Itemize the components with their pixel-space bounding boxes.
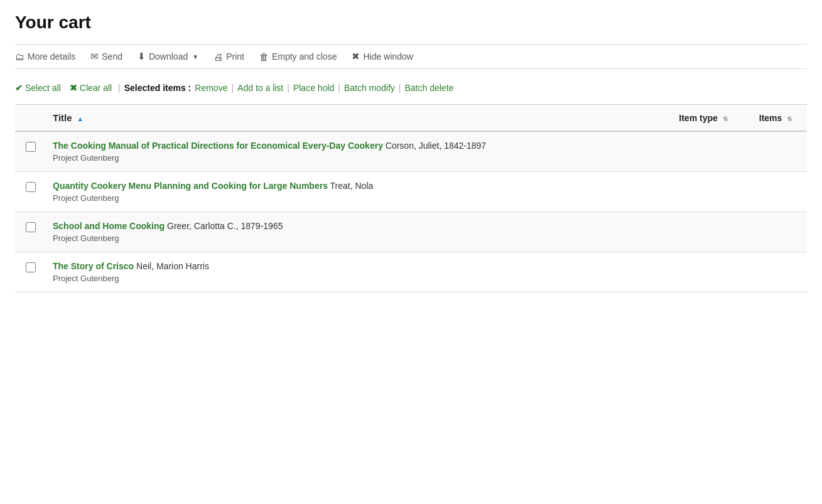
more-details-button[interactable]: 🗂 More details [15,51,75,62]
hide-window-button[interactable]: ✖ Hide window [352,51,413,62]
table-row: The Cooking Manual of Practical Directio… [15,131,807,172]
empty-close-button[interactable]: 🗑 Empty and close [259,51,337,62]
row-checkbox-cell [15,172,46,212]
page-title: Your cart [15,13,807,33]
table-header-row: Title ▲ Item type ⇅ Items ⇅ [15,105,807,132]
selected-items-label: Selected items : [124,83,192,93]
book-title-link[interactable]: The Cooking Manual of Practical Directio… [53,141,383,151]
actions-bar: ✔ Select all ✖ Clear all | Selected item… [15,78,807,98]
close-circle-icon: ✖ [352,51,360,62]
trash-icon: 🗑 [259,51,269,62]
remove-link[interactable]: Remove [195,83,227,93]
row-itemtype [662,172,744,212]
row-checkbox[interactable] [26,222,36,232]
print-button[interactable]: 🖨 Print [214,51,244,62]
book-author: Treat, Nola [328,181,373,191]
cart-table: Title ▲ Item type ⇅ Items ⇅ The Cooking … [15,104,807,292]
book-source: Project Gutenberg [53,274,656,283]
print-icon: 🖨 [214,51,223,62]
row-title-cell: The Story of Crisco Neil, Marion HarrisP… [46,252,662,292]
book-source: Project Gutenberg [53,153,656,163]
book-title-link[interactable]: Quantity Cookery Menu Planning and Cooki… [53,181,328,191]
book-source: Project Gutenberg [53,193,656,203]
row-itemtype [662,212,744,252]
toolbar: 🗂 More details ✉ Send ⬇ Download ▼ 🖨 Pri… [15,44,807,69]
select-all-button[interactable]: ✔ Select all [15,83,61,93]
col-header-checkbox [15,105,46,132]
book-author: Greer, Carlotta C., 1879-1965 [165,221,283,231]
table-row: Quantity Cookery Menu Planning and Cooki… [15,172,807,212]
row-items [744,252,807,292]
sort-items-icon: ⇅ [787,115,792,122]
sort-itemtype-icon: ⇅ [723,115,728,122]
row-items [744,212,807,252]
table-row: School and Home Cooking Greer, Carlotta … [15,212,807,252]
download-caret-icon: ▼ [192,53,198,60]
row-title-cell: The Cooking Manual of Practical Directio… [46,131,662,172]
row-items [744,172,807,212]
book-author: Corson, Juliet, 1842-1897 [383,141,486,151]
row-checkbox-cell [15,212,46,252]
book-author: Neil, Marion Harris [134,261,209,271]
row-itemtype [662,252,744,292]
row-checkbox-cell [15,131,46,172]
row-title-cell: Quantity Cookery Menu Planning and Cooki… [46,172,662,212]
table-row: The Story of Crisco Neil, Marion HarrisP… [15,252,807,292]
checkmark-icon: ✔ [15,83,23,93]
col-header-items[interactable]: Items ⇅ [744,105,807,132]
place-hold-link[interactable]: Place hold [293,83,334,93]
clear-all-button[interactable]: ✖ Clear all [70,83,112,93]
sort-title-icon: ▲ [77,115,84,122]
row-checkbox[interactable] [26,262,36,272]
send-icon: ✉ [90,51,99,62]
col-header-itemtype[interactable]: Item type ⇅ [662,105,744,132]
book-source: Project Gutenberg [53,233,656,243]
book-title-link[interactable]: The Story of Crisco [53,261,134,271]
row-title-cell: School and Home Cooking Greer, Carlotta … [46,212,662,252]
folder-icon: 🗂 [15,51,24,62]
batch-delete-link[interactable]: Batch delete [405,83,454,93]
divider: | [116,83,121,93]
download-button[interactable]: ⬇ Download ▼ [138,51,198,62]
add-to-list-link[interactable]: Add to a list [237,83,283,93]
x-icon: ✖ [70,83,77,93]
col-header-title[interactable]: Title ▲ [46,105,662,132]
row-checkbox-cell [15,252,46,292]
book-title-link[interactable]: School and Home Cooking [53,221,165,231]
row-checkbox[interactable] [26,142,36,152]
row-checkbox[interactable] [26,182,36,192]
send-button[interactable]: ✉ Send [90,51,122,62]
row-items [744,131,807,172]
download-icon: ⬇ [138,51,146,62]
row-itemtype [662,131,744,172]
batch-modify-link[interactable]: Batch modify [344,83,395,93]
